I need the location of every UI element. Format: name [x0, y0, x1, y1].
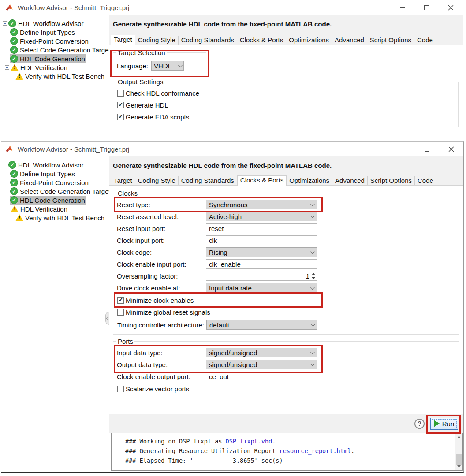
checkbox-label: Minimize clock enables — [126, 297, 194, 304]
oversampling-factor-spinner[interactable] — [206, 271, 317, 281]
tab-target[interactable]: Target — [111, 35, 135, 45]
checkbox-label: Generate HDL — [126, 101, 168, 109]
output-data-type-select[interactable]: signed/unsigned — [206, 360, 317, 369]
tab-code[interactable]: Code — [414, 36, 436, 45]
collapse-icon[interactable] — [5, 65, 9, 70]
tree-item-select-code-generation-target[interactable]: Select Code Generation Target — [1, 187, 109, 196]
collapse-icon[interactable] — [3, 21, 7, 26]
workflow-advisor-window-bottom: Workflow Advisor - Schmitt_Trigger.prj H… — [1, 141, 464, 473]
spinner-up-icon[interactable] — [310, 271, 316, 276]
resource-report-link[interactable]: resource_report.html — [280, 447, 351, 454]
checkbox-icon[interactable] — [117, 309, 124, 316]
console-scrollbar[interactable] — [455, 433, 462, 470]
clock-enable-output-port-field[interactable] — [206, 372, 317, 381]
generate-eda-scripts-row[interactable]: Generate EDA scripts — [117, 112, 455, 121]
tab-coding-standards[interactable]: Coding Standards — [179, 176, 237, 185]
close-button[interactable] — [439, 0, 463, 15]
dsp-fixpt-vhd-link[interactable]: DSP_fixpt.vhd — [226, 438, 272, 445]
console-line: ### Generating Resource Utilization Repo… — [125, 446, 452, 456]
tab-script-options[interactable]: Script Options — [368, 176, 415, 185]
tab-clocks-ports[interactable]: Clocks & Ports — [237, 36, 286, 45]
collapse-icon[interactable] — [3, 163, 7, 167]
checkbox-checked-icon[interactable] — [117, 102, 124, 108]
reset-input-port-field[interactable] — [206, 223, 317, 233]
tab-script-options[interactable]: Script Options — [367, 36, 414, 45]
tree-item-hdl-workflow-advisor[interactable]: HDL Workflow Advisor — [1, 19, 109, 28]
checkbox-checked-icon[interactable] — [117, 114, 124, 120]
scroll-up-icon[interactable] — [455, 434, 462, 440]
close-button[interactable] — [439, 142, 463, 156]
tab-optimizations[interactable]: Optimizations — [286, 36, 332, 45]
maximize-button[interactable] — [415, 142, 439, 156]
reset-asserted-level-select[interactable]: Active-high — [206, 212, 317, 221]
select-value: Rising — [209, 249, 227, 256]
tab-coding-style[interactable]: Coding Style — [135, 36, 179, 45]
maximize-icon — [424, 5, 429, 10]
drive-clock-enable-select[interactable]: Input data rate — [206, 283, 317, 293]
checkbox-icon[interactable] — [117, 386, 124, 392]
group-label: Target Selection — [116, 49, 167, 56]
minimize-clock-enables-row[interactable]: Minimize clock enables — [117, 296, 455, 305]
tab-optimizations[interactable]: Optimizations — [287, 176, 332, 185]
tab-coding-standards[interactable]: Coding Standards — [179, 36, 237, 45]
tree-item-verify-with-hdl-test-bench[interactable]: Verify with HDL Test Bench — [1, 213, 109, 222]
tab-advanced[interactable]: Advanced — [332, 36, 367, 45]
tree-item-define-input-types[interactable]: Define Input Types — [1, 169, 109, 178]
reset-type-select[interactable]: Synchronous — [206, 200, 317, 209]
minimize-global-reset-signals-row[interactable]: Minimize global reset signals — [117, 308, 455, 316]
tree-item-label: Verify with HDL Test Bench — [25, 73, 104, 80]
tree-item-label: Fixed-Point Conversion — [20, 179, 89, 186]
timing-controller-architecture-row: Timing controller architecture: default — [117, 320, 455, 330]
minimize-button[interactable] — [390, 0, 414, 15]
title-bar[interactable]: Workflow Advisor - Schmitt_Trigger.prj — [1, 0, 463, 15]
tree-item-fixed-point-conversion[interactable]: Fixed-Point Conversion — [1, 178, 109, 187]
output-data-type-row: Output data type: signed/unsigned — [117, 360, 455, 369]
warning-icon — [15, 214, 23, 221]
timing-controller-architecture-select[interactable]: default — [206, 320, 317, 330]
spinner-down-icon[interactable] — [310, 276, 316, 280]
title-bar[interactable]: Workflow Advisor - Schmitt_Trigger.prj — [1, 142, 463, 156]
tree-item-hdl-code-generation[interactable]: HDL Code Generation — [1, 54, 109, 63]
reset-input-port-row: Reset input port: — [117, 223, 455, 233]
oversampling-factor-field[interactable] — [206, 271, 317, 280]
tree-item-label: Select Code Generation Target — [20, 46, 111, 54]
tree-item-select-code-generation-target[interactable]: Select Code Generation Target — [1, 45, 109, 54]
scalarize-vector-ports-row[interactable]: Scalarize vector ports — [117, 384, 455, 393]
maximize-button[interactable] — [414, 0, 439, 15]
tree-item-hdl-verification[interactable]: HDL Verification — [1, 63, 109, 72]
tree-item-fixed-point-conversion[interactable]: Fixed-Point Conversion — [1, 37, 109, 45]
tree-item-hdl-verification[interactable]: HDL Verification — [1, 205, 109, 213]
message-console[interactable]: ### Working on DSP_fixpt as DSP_fixpt.vh… — [111, 433, 463, 471]
check-hdl-conformance-row[interactable]: Check HDL conformance — [117, 89, 455, 97]
help-button[interactable]: ? — [414, 419, 425, 429]
collapse-icon[interactable] — [5, 207, 9, 211]
splitter-handle[interactable] — [105, 312, 109, 325]
tree-item-hdl-code-generation[interactable]: HDL Code Generation — [1, 196, 109, 205]
checkbox-checked-icon[interactable] — [117, 297, 124, 304]
tab-clocks-ports[interactable]: Clocks & Ports — [237, 175, 287, 186]
tree-item-verify-with-hdl-test-bench[interactable]: Verify with HDL Test Bench — [1, 72, 109, 81]
select-value: Input data rate — [209, 284, 252, 292]
scroll-down-icon[interactable] — [455, 463, 462, 470]
tab-coding-style[interactable]: Coding Style — [135, 176, 179, 185]
field-label: Reset asserted level: — [117, 213, 206, 220]
tree-connector-line — [5, 169, 5, 223]
tab-advanced[interactable]: Advanced — [332, 176, 368, 185]
close-icon — [448, 146, 454, 152]
clock-input-port-field[interactable] — [206, 235, 317, 245]
clock-edge-select[interactable]: Rising — [206, 247, 317, 257]
tree-item-define-input-types[interactable]: Define Input Types — [1, 28, 109, 37]
select-value: signed/unsigned — [209, 361, 257, 368]
tree-item-hdl-workflow-advisor[interactable]: HDL Workflow Advisor — [1, 160, 109, 169]
run-button[interactable]: Run — [430, 418, 458, 430]
checkbox-icon[interactable] — [117, 90, 124, 97]
clock-enable-input-port-field[interactable] — [206, 259, 317, 269]
language-select[interactable]: VHDL — [151, 61, 184, 71]
input-data-type-select[interactable]: signed/unsigned — [206, 348, 317, 357]
select-value: Synchronous — [209, 201, 248, 208]
tab-target[interactable]: Target — [111, 176, 135, 185]
tab-code[interactable]: Code — [415, 176, 436, 185]
minimize-button[interactable] — [391, 142, 415, 156]
generate-hdl-row[interactable]: Generate HDL — [117, 100, 455, 109]
field-label: Clock enable input port: — [117, 260, 206, 268]
